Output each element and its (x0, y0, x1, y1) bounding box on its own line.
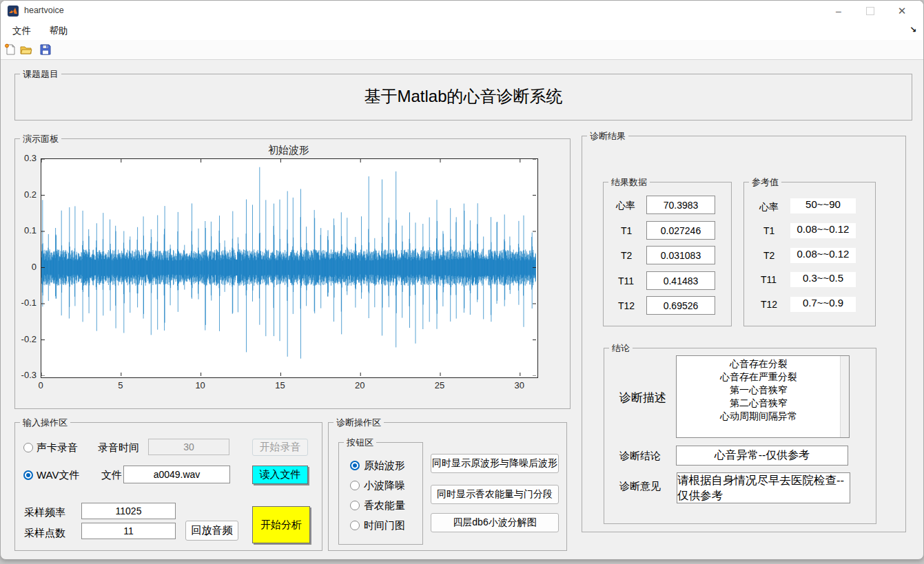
result-t2[interactable] (646, 246, 715, 264)
result-t12[interactable] (646, 296, 715, 315)
ref-t2: 0.08~~0.12 (790, 248, 856, 263)
sample-points-label: 采样点数 (24, 527, 65, 540)
x-tick-label: 15 (266, 380, 294, 390)
list-item[interactable]: 第一心音狭窄 (677, 384, 841, 397)
radio-original-wave-label: 原始波形 (364, 459, 405, 472)
analyze-button[interactable]: 开始分析 (252, 506, 310, 543)
conclusion-field: 心音异常--仅供参考 (676, 446, 848, 466)
input-panel: 输入操作区 声卡录音 录音时间 开始录音 WAV文件 文件 读入文件 采样频率 … (14, 422, 322, 551)
file-field[interactable] (123, 466, 230, 483)
record-time-label: 录音时间 (98, 441, 139, 455)
radio-time-gate-label: 时间门图 (364, 519, 405, 532)
list-item[interactable]: 心音存在分裂 (677, 357, 841, 370)
radio-time-gate[interactable] (350, 521, 360, 530)
x-tick-label: 10 (187, 380, 214, 390)
title-bar: heartvoice – ✕ (1, 1, 923, 21)
save-icon[interactable] (39, 43, 52, 56)
radio-shannon-energy-label: 香农能量 (364, 499, 405, 512)
window-title: heartvoice (24, 6, 64, 15)
y-tick-label: 0.1 (12, 225, 37, 236)
ref-t11: 0.3~~0.5 (790, 272, 856, 287)
topic-panel: 课题题目 基于Matlab的心音诊断系统 (14, 74, 912, 121)
radio-wav-file[interactable] (23, 470, 33, 480)
app-window: heartvoice – ✕ 文件 帮助 ↘ 课题题目 基于Matlab的心音诊… (0, 0, 924, 560)
advice-label: 诊断意见 (619, 480, 661, 493)
screen: heartvoice – ✕ 文件 帮助 ↘ 课题题目 基于Matlab的心音诊… (0, 0, 924, 564)
results-panel-label: 诊断结果 (587, 130, 628, 143)
new-file-icon[interactable] (4, 43, 17, 56)
maximize-button (854, 1, 886, 21)
result-heart-rate[interactable] (646, 196, 715, 214)
listbox-scrollbar[interactable] (840, 356, 849, 437)
row-label: T12 (761, 299, 777, 310)
advice-field: 请根据自身情况尽早去医院检查--仅供参考 (677, 472, 850, 503)
minimize-button[interactable]: – (823, 1, 854, 21)
list-item[interactable]: 第二心音狭窄 (677, 397, 841, 410)
list-item[interactable]: 心动周期间隔异常 (677, 410, 841, 423)
dock-arrow-icon[interactable]: ↘ (910, 25, 916, 34)
waveform-svg (41, 159, 536, 376)
file-label: 文件 (101, 469, 122, 482)
open-file-icon[interactable] (20, 43, 32, 56)
x-tick-label: 5 (107, 380, 134, 390)
reference-label: 参考值 (749, 176, 781, 189)
row-label: T12 (618, 300, 635, 311)
radio-wavelet-denoise[interactable] (350, 481, 360, 490)
y-tick-label: -0.3 (12, 370, 37, 380)
row-label: T11 (761, 274, 777, 285)
sample-points-field[interactable] (81, 523, 176, 539)
maximize-icon (866, 7, 874, 15)
sample-rate-field[interactable] (81, 503, 176, 519)
input-panel-label: 输入操作区 (20, 417, 70, 429)
x-tick-label: 20 (346, 380, 373, 390)
toolbar (1, 40, 923, 60)
y-tick-label: -0.1 (12, 297, 37, 308)
matlab-icon (8, 6, 19, 17)
show-original-denoised-button[interactable]: 同时显示原波形与降噪后波形 (431, 454, 559, 473)
row-label: T1 (621, 225, 632, 236)
radio-wav-file-label: WAV文件 (37, 469, 80, 482)
conclusion-label: 诊断结论 (619, 450, 661, 463)
result-t1[interactable] (646, 221, 715, 240)
x-tick-label: 0 (27, 380, 54, 390)
menu-file[interactable]: 文件 (5, 21, 39, 37)
radio-shannon-energy[interactable] (350, 501, 360, 510)
reference-panel: 参考值 心率 50~~90 T1 0.08~~0.12 T2 0.08~~0.1… (743, 182, 876, 326)
row-label: T11 (618, 275, 634, 286)
row-label: 心率 (759, 201, 779, 213)
listbox-items: 心音存在分裂 心音存在严重分裂 第一心音狭窄 第二心音狭窄 心动周期间隔异常 (677, 357, 841, 423)
y-tick-label: -0.2 (12, 334, 37, 344)
record-time-field (148, 439, 229, 455)
waveform-line (41, 167, 536, 359)
close-button[interactable]: ✕ (886, 1, 918, 21)
x-tick-label: 30 (506, 380, 533, 390)
x-tick-label: 25 (426, 380, 453, 390)
conclusion-panel: 结论 诊断描述 心音存在分裂 心音存在严重分裂 第一心音狭窄 第二心音狭窄 心动… (604, 348, 876, 524)
results-panel: 诊断结果 结果数据 心率 T1 T2 T11 T12 参考值 心率 50~~90… (582, 136, 906, 532)
diagnosis-description-listbox[interactable]: 心音存在分裂 心音存在严重分裂 第一心音狭窄 第二心音狭窄 心动周期间隔异常 (676, 355, 850, 438)
radio-soundcard-label: 声卡录音 (37, 441, 78, 455)
ref-t12: 0.7~~0.9 (790, 297, 856, 312)
show-shannon-gate-button[interactable]: 同时显示香农能量与门分段 (431, 485, 559, 504)
read-file-button[interactable]: 读入文件 (252, 466, 308, 484)
list-item[interactable]: 心音存在严重分裂 (677, 370, 841, 384)
chart-title: 初始波形 (41, 144, 537, 157)
ref-heart-rate: 50~~90 (790, 198, 856, 213)
row-label: T1 (763, 225, 774, 236)
y-tick-label: 0 (12, 262, 37, 272)
demo-panel: 演示面板 初始波形 0510152025300.30.20.10-0.1-0.2… (14, 138, 571, 409)
playback-button[interactable]: 回放音频 (185, 521, 238, 541)
menu-help[interactable]: 帮助 (41, 21, 75, 37)
sample-rate-label: 采样频率 (24, 506, 65, 519)
result-t11[interactable] (646, 271, 715, 290)
radio-original-wave[interactable] (350, 461, 360, 470)
button-zone-panel: 按钮区 原始波形 小波降噪 香农能量 时间门图 (338, 442, 423, 545)
button-zone-label: 按钮区 (344, 437, 376, 449)
menu-bar: 文件 帮助 ↘ (1, 21, 923, 41)
db6-wavelet-button[interactable]: 四层db6小波分解图 (431, 513, 559, 532)
diagnosis-ops-panel: 诊断操作区 按钮区 原始波形 小波降噪 香农能量 时间门图 同时显示原波形与降噪… (328, 422, 567, 551)
row-label: 心率 (616, 200, 635, 212)
topic-panel-label: 课题题目 (20, 68, 61, 81)
waveform-plot (41, 158, 538, 378)
radio-soundcard[interactable] (23, 443, 33, 452)
